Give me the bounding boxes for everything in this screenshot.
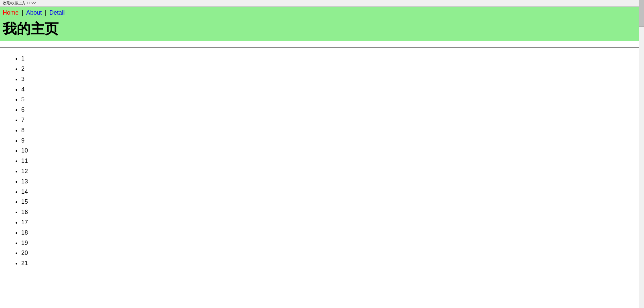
list-item: 2	[21, 64, 644, 74]
list-item: 14	[21, 187, 644, 197]
list-item: 21	[21, 258, 644, 268]
list-item: 12	[21, 166, 644, 176]
nav-link-home[interactable]: Home	[3, 9, 19, 16]
list-container: 123456789101112131415161718192021	[0, 51, 644, 268]
content-area: 123456789101112131415161718192021	[0, 48, 644, 268]
list-item: 8	[21, 126, 644, 135]
list-item: 17	[21, 218, 644, 227]
list-item: 5	[21, 95, 644, 104]
list-item: 9	[21, 136, 644, 146]
horizontal-divider	[0, 48, 644, 48]
nav-separator-2: |	[43, 9, 48, 16]
list-item: 3	[21, 74, 644, 84]
browser-bar: 收藏/收藏上方 11:22	[0, 0, 644, 7]
list-item: 18	[21, 228, 644, 238]
list-item: 15	[21, 197, 644, 207]
page-heading: 我的主页	[0, 18, 644, 41]
numbered-list: 123456789101112131415161718192021	[16, 54, 644, 268]
page-title: 我的主页	[3, 20, 641, 38]
list-item: 7	[21, 115, 644, 125]
list-item: 20	[21, 248, 644, 258]
navigation-bar: Home | About | Detail	[0, 7, 644, 18]
nav-link-detail[interactable]: Detail	[49, 9, 64, 16]
nav-separator-1: |	[20, 9, 25, 16]
list-item: 1	[21, 54, 644, 63]
list-item: 10	[21, 146, 644, 155]
list-item: 19	[21, 238, 644, 248]
browser-bar-text: 收藏/收藏上方 11:22	[3, 1, 36, 6]
list-item: 16	[21, 207, 644, 217]
scrollbar-thumb[interactable]	[639, 0, 644, 27]
list-item: 6	[21, 105, 644, 115]
list-item: 13	[21, 177, 644, 186]
list-item: 11	[21, 156, 644, 166]
nav-link-about[interactable]: About	[26, 9, 42, 16]
scrollbar[interactable]	[639, 0, 644, 308]
list-item: 4	[21, 85, 644, 94]
